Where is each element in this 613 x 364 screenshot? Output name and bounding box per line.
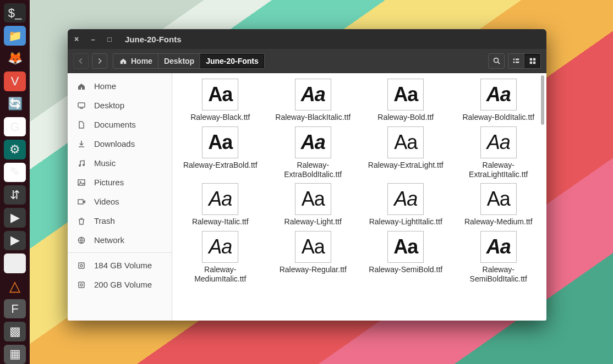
music-icon: [76, 159, 86, 168]
scrollbar[interactable]: [540, 73, 545, 321]
dock-item-firefox[interactable]: 🦊: [4, 49, 26, 68]
search-icon: [492, 57, 501, 65]
file-name-label: Raleway-Medium.ttf: [464, 217, 533, 227]
content-pane[interactable]: AaRaleway-Black.ttfAaRaleway-BlackItalic…: [172, 73, 546, 321]
dock-item-player[interactable]: ▶: [4, 231, 26, 250]
file-item[interactable]: AaRaleway-SemiBoldItalic.ttf: [454, 230, 544, 285]
font-thumbnail: Aa: [295, 79, 331, 111]
breadcrumb-segment[interactable]: Desktop: [158, 54, 200, 68]
file-item[interactable]: AaRaleway-Light.ttf: [269, 182, 358, 228]
file-item[interactable]: AaRaleway-Bold.ttf: [361, 78, 451, 123]
sidebar-item-pictures[interactable]: Pictures: [68, 173, 172, 192]
font-thumbnail: Aa: [202, 183, 238, 215]
file-name-label: Raleway-Regular.ttf: [280, 265, 347, 274]
font-thumbnail: Aa: [202, 231, 238, 263]
window-maximize-button[interactable]: □: [105, 35, 114, 43]
dock-item-font-manager[interactable]: F: [4, 299, 26, 318]
sidebar-item-label: Trash: [94, 216, 115, 225]
dock-item-app[interactable]: ▦: [4, 345, 26, 364]
file-item[interactable]: AaRaleway-SemiBold.ttf: [361, 230, 451, 285]
file-name-label: Raleway-MediumItalic.ttf: [179, 265, 261, 284]
font-thumbnail: Aa: [202, 79, 238, 111]
svg-rect-7: [529, 61, 532, 63]
sidebar-item-home[interactable]: Home: [68, 76, 172, 96]
file-name-label: Raleway-ExtraBoldItalic.ttf: [272, 161, 354, 179]
search-button[interactable]: [488, 53, 505, 69]
svg-point-11: [83, 164, 85, 166]
font-preview-glyph: Aa: [301, 133, 325, 152]
sidebar-separator: [68, 252, 172, 253]
breadcrumb-segment[interactable]: Home: [113, 54, 158, 68]
file-item[interactable]: AaRaleway-Regular.ttf: [269, 230, 358, 285]
svg-rect-8: [533, 61, 535, 63]
font-preview-glyph: Aa: [302, 189, 325, 209]
svg-rect-4: [516, 61, 519, 63]
file-item[interactable]: AaRaleway-Black.ttf: [176, 78, 265, 123]
sidebar-item-200-gb-volume[interactable]: 200 GB Volume: [68, 275, 172, 294]
nav-forward-button[interactable]: [92, 53, 107, 69]
font-thumbnail: Aa: [295, 183, 331, 215]
dock-item-settings-tool[interactable]: ⚙: [4, 140, 26, 159]
dock-item-terminal[interactable]: $_: [4, 3, 26, 23]
font-thumbnail: Aa: [387, 231, 424, 263]
home-icon: [76, 82, 86, 91]
file-name-label: Raleway-Black.ttf: [190, 113, 250, 122]
list-view-button[interactable]: [508, 53, 524, 69]
sidebar-item-videos[interactable]: Videos: [68, 192, 172, 211]
font-thumbnail: Aa: [480, 79, 517, 111]
font-thumbnail: Aa: [480, 183, 517, 215]
font-preview-glyph: Aa: [394, 133, 417, 152]
file-item[interactable]: AaRaleway-LightItalic.ttf: [361, 182, 451, 228]
file-name-label: Raleway-Light.ttf: [284, 217, 342, 227]
downloads-icon: [76, 140, 86, 148]
dock-item-notes[interactable]: ✎: [4, 163, 26, 182]
file-item[interactable]: AaRaleway-ExtraLightItalic.ttf: [454, 125, 544, 180]
font-thumbnail: Aa: [202, 126, 238, 158]
titlebar[interactable]: × – □ June-20-Fonts: [68, 29, 546, 49]
disk-icon: [76, 280, 86, 289]
grid-view-button[interactable]: [524, 53, 541, 69]
file-item[interactable]: AaRaleway-ExtraBoldItalic.ttf: [269, 125, 358, 180]
sidebar-item-label: Desktop: [94, 101, 124, 110]
window-close-button[interactable]: ×: [72, 35, 81, 43]
view-mode-group: [508, 53, 541, 69]
sidebar-item-trash[interactable]: Trash: [68, 211, 172, 230]
file-item[interactable]: AaRaleway-MediumItalic.ttf: [176, 230, 265, 285]
list-view-icon: [512, 57, 520, 65]
sidebar-item-desktop[interactable]: Desktop: [68, 96, 172, 115]
file-item[interactable]: AaRaleway-Medium.ttf: [454, 182, 544, 228]
dock-item-software[interactable]: 🛍: [4, 253, 26, 273]
dock-item-mpv[interactable]: ▶: [4, 208, 26, 227]
dock-item-vlc[interactable]: △: [4, 277, 26, 296]
dock-item-files[interactable]: 📁: [4, 26, 26, 45]
dock-item-vivaldi[interactable]: V: [4, 71, 26, 91]
window-minimize-button[interactable]: –: [89, 35, 97, 43]
file-item[interactable]: AaRaleway-ExtraBold.ttf: [176, 125, 265, 180]
file-item[interactable]: AaRaleway-BlackItalic.ttf: [269, 78, 358, 123]
sidebar-item-documents[interactable]: Documents: [68, 115, 172, 134]
sidebar-item-label: Videos: [94, 197, 119, 206]
breadcrumb-segment[interactable]: June-20-Fonts: [200, 54, 264, 68]
sidebar-item-label: Network: [94, 235, 124, 245]
dock-item-transmission[interactable]: ⇵: [4, 185, 26, 205]
file-name-label: Raleway-ExtraLightItalic.ttf: [457, 161, 540, 179]
sidebar-item-label: Music: [94, 158, 116, 168]
file-item[interactable]: AaRaleway-ExtraLight.ttf: [361, 125, 451, 180]
dock-item-google-app[interactable]: G: [4, 117, 26, 136]
file-item[interactable]: AaRaleway-Italic.ttf: [176, 182, 265, 228]
font-preview-glyph: Aa: [302, 237, 325, 257]
svg-rect-1: [513, 58, 515, 60]
sidebar-item-label: 200 GB Volume: [94, 280, 152, 289]
nav-back-button[interactable]: [73, 53, 89, 69]
sidebar-item-music[interactable]: Music: [68, 153, 172, 173]
font-preview-glyph: Aa: [209, 237, 232, 257]
dock-item-sync[interactable]: 🔄: [4, 95, 26, 114]
arrow-right-icon: [96, 57, 103, 65]
sidebar-item-downloads[interactable]: Downloads: [68, 134, 172, 153]
sidebar-item-184-gb-volume[interactable]: 184 GB Volume: [68, 256, 172, 275]
sidebar-item-network[interactable]: Network: [68, 230, 172, 250]
dock-item-screenshot[interactable]: ▩: [4, 322, 26, 341]
svg-point-10: [79, 164, 81, 167]
file-item[interactable]: AaRaleway-BoldItalic.ttf: [454, 78, 544, 123]
documents-icon: [76, 120, 86, 129]
